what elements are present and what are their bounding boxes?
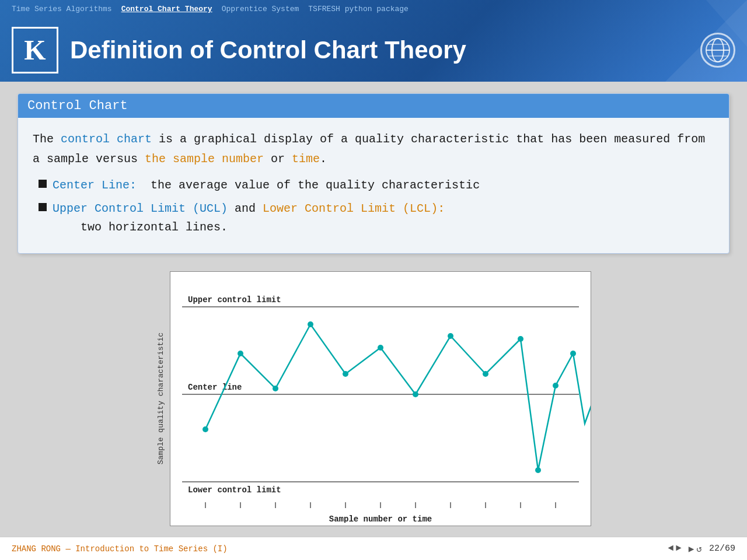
data-point-9: [483, 371, 488, 377]
control-chart-header: Control Chart: [18, 94, 729, 118]
data-line: [205, 324, 591, 470]
footer-left-text: ZHANG RONG — Introduction to Time Series…: [12, 544, 228, 554]
footer: ZHANG RONG — Introduction to Time Series…: [0, 537, 747, 560]
data-point-6: [378, 345, 383, 351]
chart-svg: Upper control limit Center line Lower co…: [170, 272, 591, 523]
chart-y-label: Sample quality characteristic: [156, 332, 165, 464]
data-point-5: [343, 371, 348, 377]
footer-page: 22/69: [709, 544, 735, 554]
chart-container: Sample quality characteristic Upper cont…: [18, 271, 729, 526]
chart-svg-container: Upper control limit Center line Lower co…: [170, 271, 591, 526]
page-title: Definition of Control Chart Theory: [70, 36, 700, 64]
nav-right-icon[interactable]: ►: [676, 543, 682, 555]
text-time: time: [292, 152, 320, 166]
bullet-square-1: [39, 180, 47, 188]
data-point-1: [203, 426, 208, 432]
data-point-4: [308, 321, 313, 327]
nav-item-time-series[interactable]: Time Series Algorithms: [7, 4, 117, 15]
footer-nav-icons: ◄ ► ▶ ↺: [668, 543, 702, 555]
nav-loop-icon[interactable]: ↺: [696, 543, 702, 555]
logo-letter: K: [24, 36, 46, 64]
bullet-text-1: Center Line: the average value of the qu…: [53, 176, 480, 195]
bullet-text-2: Upper Control Limit (UCL) and Lower Cont…: [53, 200, 445, 237]
data-point-8: [448, 333, 453, 339]
globe-icon: [700, 33, 735, 68]
nav-item-control-chart[interactable]: Control Chart Theory: [117, 4, 217, 15]
bullet-lcl-label: Lower Control Limit (LCL):: [263, 202, 445, 215]
footer-right: ◄ ► ▶ ↺ 22/69: [668, 543, 735, 555]
bullet-square-2: [39, 203, 47, 211]
cl-text: Center line: [188, 383, 242, 392]
logo-box: K: [12, 27, 58, 74]
nav-item-tsfresh[interactable]: TSFRESH python package: [303, 4, 413, 15]
data-point-2: [238, 351, 243, 356]
nav-item-opprentice[interactable]: Opprentice System: [217, 4, 304, 15]
x-axis-label: Sample number or time: [329, 514, 431, 523]
bullet-item-1: Center Line: the average value of the qu…: [39, 176, 714, 195]
data-point-13: [570, 351, 576, 356]
data-point-3: [273, 386, 278, 391]
data-point-12: [553, 383, 558, 388]
header: Time Series Algorithms Control Chart The…: [0, 0, 747, 82]
paragraph-1: The control chart is a graphical display…: [33, 130, 714, 169]
lcl-text: Lower control limit: [188, 485, 281, 495]
control-chart-box: Control Chart The control chart is a gra…: [18, 93, 729, 254]
data-point-7: [413, 391, 418, 397]
main-content: Control Chart The control chart is a gra…: [0, 82, 747, 538]
control-chart-body: The control chart is a graphical display…: [18, 118, 729, 253]
nav-separator: ▶: [689, 543, 694, 555]
bullet-center-line-label: Center Line:: [53, 178, 137, 192]
bullet-ucl-label: Upper Control Limit (UCL): [53, 202, 228, 215]
bullet-item-2: Upper Control Limit (UCL) and Lower Cont…: [39, 200, 714, 237]
chart-svg-wrapper: Upper control limit Center line Lower co…: [170, 271, 591, 526]
ucl-text: Upper control limit: [188, 295, 281, 304]
data-point-11: [535, 467, 541, 473]
nav-left-icon[interactable]: ◄: [668, 543, 673, 555]
text-control-chart: control chart: [61, 132, 152, 146]
data-point-10: [518, 336, 523, 342]
bullet-list: Center Line: the average value of the qu…: [39, 176, 714, 237]
chart-wrapper: Sample quality characteristic Upper cont…: [156, 271, 591, 526]
text-sample-number: the sample number: [145, 152, 264, 166]
